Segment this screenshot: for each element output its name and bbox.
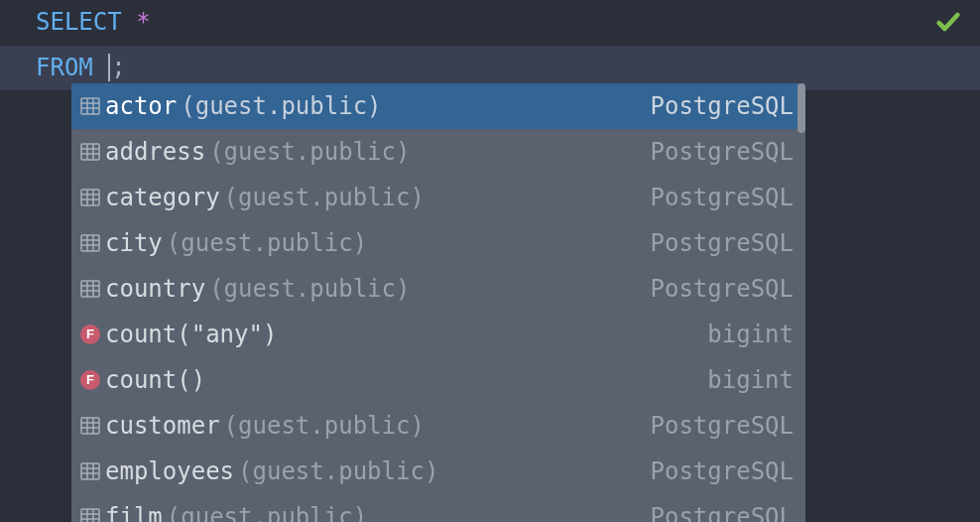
- autocomplete-item-actor[interactable]: actor (guest.public)PostgreSQL: [71, 83, 805, 129]
- item-name: actor: [105, 88, 177, 124]
- svg-rect-0: [81, 98, 99, 114]
- table-icon: [75, 280, 105, 298]
- autocomplete-item-category[interactable]: category (guest.public)PostgreSQL: [71, 175, 805, 220]
- table-icon: [75, 508, 105, 522]
- item-name: employees: [105, 454, 234, 489]
- autocomplete-popup[interactable]: actor (guest.public)PostgreSQLaddress (g…: [71, 83, 805, 522]
- svg-rect-20: [81, 281, 99, 297]
- item-type: PostgreSQL: [651, 408, 795, 444]
- item-context: (guest.public): [209, 271, 410, 307]
- item-context: (guest.public): [224, 180, 425, 215]
- item-type: PostgreSQL: [651, 180, 795, 215]
- keyword-select: SELECT: [36, 6, 122, 40]
- autocomplete-item-country[interactable]: country (guest.public)PostgreSQL: [71, 266, 805, 312]
- keyword-from: FROM: [36, 52, 93, 85]
- table-icon: [75, 97, 105, 115]
- item-type: PostgreSQL: [651, 499, 795, 522]
- autocomplete-item-film[interactable]: film (guest.public)PostgreSQL: [71, 494, 805, 522]
- svg-rect-10: [81, 190, 99, 205]
- item-name: customer: [105, 408, 220, 444]
- function-icon: F: [80, 370, 100, 390]
- text-cursor: [108, 54, 110, 81]
- item-context: (guest.public): [238, 454, 438, 489]
- table-icon: [75, 234, 105, 252]
- table-icon: [75, 143, 105, 161]
- item-name: count("any"): [105, 317, 277, 352]
- table-icon: [75, 417, 105, 435]
- autocomplete-item-customer[interactable]: customer (guest.public)PostgreSQL: [71, 403, 805, 449]
- item-type: PostgreSQL: [651, 271, 795, 307]
- item-name: count(): [105, 362, 205, 398]
- svg-rect-30: [81, 463, 99, 479]
- scrollbar-thumb[interactable]: [797, 83, 805, 133]
- svg-rect-15: [81, 235, 99, 251]
- item-type: bigint: [707, 317, 794, 352]
- autocomplete-item-count--[interactable]: Fcount()bigint: [71, 357, 805, 403]
- svg-rect-5: [81, 144, 99, 160]
- item-name: film: [105, 499, 163, 522]
- item-context: (guest.public): [224, 408, 425, 444]
- item-name: address: [105, 134, 205, 170]
- autocomplete-item-employees[interactable]: employees (guest.public)PostgreSQL: [71, 449, 805, 494]
- item-context: (guest.public): [209, 134, 410, 170]
- table-icon: [75, 462, 105, 480]
- item-context: (guest.public): [181, 88, 381, 124]
- item-type: PostgreSQL: [651, 225, 795, 261]
- item-type: PostgreSQL: [651, 454, 795, 489]
- item-context: (guest.public): [167, 499, 367, 522]
- table-icon: [75, 189, 105, 206]
- autocomplete-item-city[interactable]: city (guest.public)PostgreSQL: [71, 220, 805, 266]
- svg-rect-25: [81, 418, 99, 434]
- item-type: PostgreSQL: [651, 134, 795, 170]
- check-icon: [934, 8, 962, 42]
- item-type: PostgreSQL: [651, 88, 795, 124]
- code-line-1[interactable]: SELECT *: [0, 0, 980, 46]
- asterisk: *: [136, 6, 150, 40]
- item-name: category: [105, 180, 220, 215]
- svg-rect-35: [81, 509, 99, 522]
- item-name: country: [105, 271, 205, 307]
- semicolon: ;: [111, 52, 125, 85]
- item-name: city: [105, 225, 163, 261]
- item-type: bigint: [707, 362, 794, 398]
- autocomplete-item-address[interactable]: address (guest.public)PostgreSQL: [71, 129, 805, 175]
- function-icon: F: [80, 325, 100, 344]
- item-context: (guest.public): [167, 225, 367, 261]
- autocomplete-item-count--any--[interactable]: Fcount("any")bigint: [71, 312, 805, 357]
